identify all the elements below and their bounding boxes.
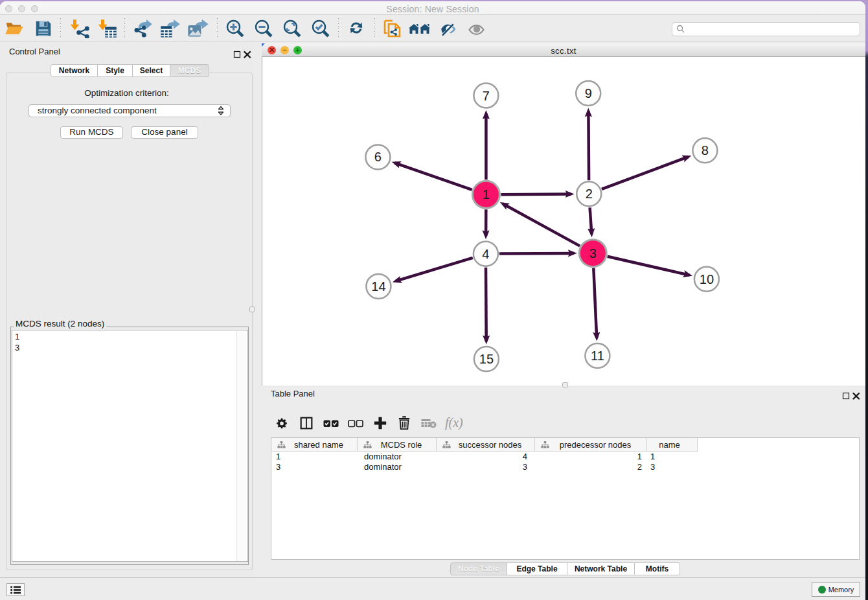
svg-text:14: 14 (371, 279, 385, 294)
svg-text:1: 1 (483, 187, 490, 202)
svg-text:7: 7 (483, 89, 490, 103)
svg-text:15: 15 (479, 352, 494, 366)
svg-text:8: 8 (702, 143, 709, 157)
svg-text:9: 9 (585, 86, 592, 100)
svg-text:2: 2 (586, 187, 593, 201)
svg-text:6: 6 (374, 150, 382, 164)
svg-text:3: 3 (589, 246, 597, 260)
svg-text:10: 10 (700, 272, 714, 286)
svg-text:11: 11 (591, 349, 604, 363)
svg-text:4: 4 (482, 247, 489, 261)
